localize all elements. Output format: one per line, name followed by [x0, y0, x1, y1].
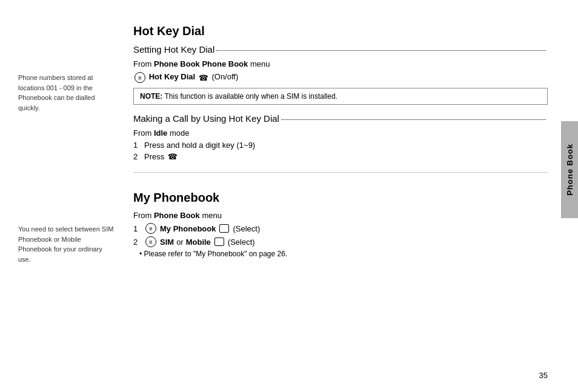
- menu-icon-1: [135, 72, 145, 83]
- subsection1-dots: [216, 50, 546, 51]
- select-label-2: (Select): [228, 238, 255, 247]
- note-text: This function is available only when a S…: [164, 92, 337, 101]
- subsection2-heading: Making a Call by Using Hot Key Dial: [133, 113, 548, 124]
- section-divider: [133, 172, 548, 173]
- from-bold-2: Idle: [154, 128, 167, 138]
- note-box: NOTE: This function is available only wh…: [133, 88, 548, 105]
- section2-step-1: 1 My Phonebook (Select): [133, 223, 548, 234]
- section2-from-line: From Phone Book menu: [133, 211, 548, 220]
- from-suffix-1: menu: [250, 59, 270, 68]
- from-bold-3: Phone Book: [154, 211, 200, 220]
- step-num-s2-1: 1: [133, 224, 142, 233]
- section1-heading: Hot Key Dial: [133, 24, 548, 38]
- left-note-2: You need to select between SIM Phonebook…: [18, 224, 115, 264]
- bullet-note: • Please refer to "My Phonebook" on page…: [139, 250, 548, 258]
- hot-key-dial-label: Hot Key Dial: [149, 72, 196, 81]
- call-icon-2: ☎: [168, 152, 178, 161]
- sidebar-tab-label: Phone Book: [565, 144, 574, 196]
- page: Phone Book 35 Phone numbers stored at lo…: [0, 0, 578, 392]
- step-num-1: 1: [133, 141, 142, 150]
- step-1-text: Press and hold a digit key (1~9): [144, 141, 255, 150]
- on-off-label: (On/off): [211, 72, 238, 81]
- subsection2-from-line: From Idle mode: [133, 128, 548, 138]
- step-1: 1 Press and hold a digit key (1~9): [133, 141, 548, 150]
- from-suffix-2: mode: [167, 128, 189, 138]
- subsection1-heading: Setting Hot Key Dial: [133, 44, 548, 55]
- from-bold-1: Phone Book: [154, 59, 200, 68]
- page-number: 35: [539, 371, 548, 380]
- subsection1-step-line: Hot Key Dial ☎ (On/off): [133, 72, 548, 83]
- left-note-1: Phone numbers stored at locations 001 - …: [18, 73, 115, 113]
- step-num-2: 2: [133, 152, 142, 161]
- from-label-3: From: [133, 211, 154, 220]
- from-suffix-3: menu: [200, 211, 222, 220]
- note-label: NOTE:: [140, 92, 162, 101]
- main-content: Hot Key Dial Setting Hot Key Dial From P…: [133, 24, 548, 368]
- step-num-s2-2: 2: [133, 238, 142, 247]
- select-label-1: (Select): [233, 224, 260, 233]
- section2-heading: My Phonebook: [133, 191, 548, 205]
- subsection1-from-line: From Phone Book Phone Book menu: [133, 59, 548, 68]
- subsection2-heading-text: Making a Call by Using Hot Key Dial: [133, 113, 279, 124]
- mobile-label: Mobile: [186, 238, 211, 247]
- my-phonebook-label: My Phonebook: [160, 224, 216, 233]
- step-2-text: Press: [144, 152, 164, 161]
- select-icon-1: [219, 224, 229, 233]
- step-2: 2 Press ☎: [133, 152, 548, 161]
- menu-icon-2: [145, 223, 156, 234]
- from-bold-1-text: Phone Book: [202, 59, 248, 68]
- section2-step-2: 2 SIM or Mobile (Select): [133, 236, 548, 247]
- select-icon-2: [214, 238, 224, 246]
- subsection2-dots: [281, 119, 546, 120]
- call-icon-1: ☎: [199, 73, 208, 82]
- section2-steps: 1 My Phonebook (Select) 2 SIM or Mobile …: [133, 223, 548, 247]
- from-label-2: From: [133, 128, 154, 138]
- from-label-1: From: [133, 59, 151, 68]
- subsection1-heading-text: Setting Hot Key Dial: [133, 44, 214, 55]
- menu-icon-3: [145, 236, 156, 247]
- subsection2-steps: 1 Press and hold a digit key (1~9) 2 Pre…: [133, 141, 548, 161]
- sim-label: SIM: [160, 238, 174, 247]
- or-label: or: [176, 238, 184, 247]
- sidebar-tab: Phone Book: [561, 121, 578, 218]
